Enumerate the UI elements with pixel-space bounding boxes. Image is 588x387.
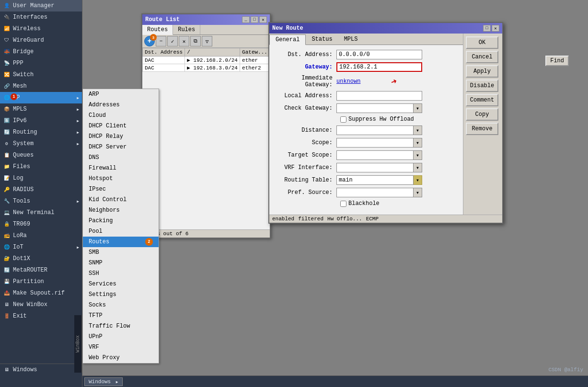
sidebar-item-mesh[interactable]: 🔗 Mesh [0, 80, 82, 92]
sidebar-item-partition[interactable]: 💾 Partition [0, 276, 82, 287]
menu-item-services[interactable]: Services [83, 279, 159, 289]
sidebar-item-new-terminal[interactable]: 💻 New Terminal [0, 207, 82, 218]
sidebar-item-ip[interactable]: 🌐 IP ▶ 1 [0, 92, 82, 103]
blackhole-checkbox[interactable] [340, 201, 346, 207]
sidebar-item-dot1x[interactable]: 🔐 Dot1X [0, 253, 82, 264]
sidebar-item-tr069[interactable]: 🔒 TR069 [0, 218, 82, 230]
menu-item-smb[interactable]: SMB [83, 247, 159, 258]
col-dst-address[interactable]: Dst. Address [143, 48, 185, 57]
scope-dropdown[interactable]: ▼ [414, 138, 422, 148]
target-scope-input[interactable] [336, 150, 414, 160]
menu-item-dhcp-server[interactable]: DHCP Server [83, 142, 159, 152]
tab-general[interactable]: General [269, 34, 306, 45]
add-route-button[interactable]: + 3 [144, 36, 155, 46]
sidebar-item-routing[interactable]: 🔄 Routing ▶ [0, 126, 82, 138]
sidebar-item-tools[interactable]: 🔧 Tools ▶ [0, 195, 82, 207]
find-button[interactable]: Find [545, 56, 569, 66]
disable-button[interactable]: ✕ [179, 36, 189, 46]
menu-item-firewall[interactable]: Firewall [83, 163, 159, 173]
dst-address-input[interactable] [336, 50, 422, 59]
close-button[interactable]: ✕ [259, 16, 267, 23]
sidebar-item-bridge[interactable]: 🌉 Bridge [0, 46, 82, 57]
menu-item-socks[interactable]: Socks [83, 300, 159, 310]
menu-item-traffic-flow[interactable]: Traffic Flow [83, 321, 159, 331]
distance-input[interactable] [336, 125, 414, 135]
menu-item-hotspot[interactable]: Hotspot [83, 173, 159, 184]
apply-button[interactable]: Apply [466, 65, 498, 78]
scope-input[interactable] [336, 138, 414, 148]
menu-item-pool[interactable]: Pool [83, 226, 159, 237]
check-gateway-dropdown[interactable]: ▼ [414, 103, 422, 113]
sidebar-item-wireless[interactable]: 📶 Wireless [0, 23, 82, 34]
sidebar-item-lora[interactable]: 📻 LoRa [0, 230, 82, 241]
menu-item-packing[interactable]: Packing [83, 216, 159, 226]
sidebar-item-exit[interactable]: 🚪 Exit [0, 310, 82, 322]
menu-item-cloud[interactable]: Cloud [83, 110, 159, 121]
menu-item-dns[interactable]: DNS [83, 152, 159, 163]
routing-table-dropdown[interactable]: ▼ [414, 175, 422, 185]
col-gateway[interactable]: Gatew... [240, 48, 270, 57]
menu-item-upnp[interactable]: UPnP [83, 331, 159, 342]
tab-status[interactable]: Status [306, 34, 338, 45]
table-row[interactable]: DAC ▶ 192.168.3.0/24 ether2 [143, 64, 270, 72]
sidebar-item-ipv6[interactable]: 6️⃣ IPv6 ▶ [0, 115, 82, 126]
menu-item-routes[interactable]: Routes 2 [83, 237, 159, 247]
disable-button[interactable]: Disable [466, 80, 498, 92]
routing-table-input[interactable] [336, 175, 414, 185]
pref-source-dropdown[interactable]: ▼ [414, 188, 422, 197]
target-scope-dropdown[interactable]: ▼ [414, 150, 422, 160]
sidebar-item-queues[interactable]: 📋 Queues [0, 149, 82, 161]
sidebar-item-iot[interactable]: 🌐 IoT ▶ [0, 241, 82, 253]
nr-close-button[interactable]: ✕ [492, 25, 499, 32]
sidebar-item-ppp[interactable]: 📡 PPP [0, 57, 82, 69]
menu-item-web-proxy[interactable]: Web Proxy [83, 353, 159, 363]
menu-item-settings[interactable]: Settings [83, 289, 159, 300]
menu-item-dhcp-client[interactable]: DHCP Client [83, 121, 159, 131]
sidebar-item-interfaces[interactable]: 🔌 Interfaces [0, 11, 82, 23]
gateway-input[interactable] [336, 62, 422, 72]
check-gateway-input[interactable] [336, 103, 414, 113]
suppress-hw-offload-checkbox[interactable] [340, 116, 346, 123]
sidebar-item-switch[interactable]: 🔀 Switch [0, 69, 82, 80]
ok-button[interactable]: OK [466, 36, 498, 49]
filter-button[interactable]: ▽ [202, 36, 212, 46]
remove-button[interactable]: Remove [466, 123, 498, 135]
pref-source-input[interactable] [336, 188, 414, 197]
vrf-interface-dropdown[interactable]: ▼ [414, 163, 422, 172]
menu-item-dhcp-relay[interactable]: DHCP Relay [83, 131, 159, 142]
menu-item-kid-control[interactable]: Kid Control [83, 194, 159, 205]
taskbar-windows[interactable]: Windows ▶ [84, 377, 123, 386]
menu-item-addresses[interactable]: Addresses [83, 100, 159, 110]
sidebar-item-files[interactable]: 📁 Files [0, 161, 82, 172]
menu-item-snmp[interactable]: SNMP [83, 258, 159, 268]
sidebar-item-windows[interactable]: 🖥 Windows ▶ [0, 364, 82, 376]
sidebar-item-make-supout[interactable]: 📤 Make Supout.rif [0, 287, 82, 299]
menu-item-vrf[interactable]: VRF [83, 342, 159, 353]
enable-button[interactable]: ✓ [167, 36, 178, 46]
copy-button-dialog[interactable]: Copy [466, 108, 498, 121]
tab-rules[interactable]: Rules [173, 25, 200, 34]
sidebar-item-metarouter[interactable]: 🔄 MetaROUTER [0, 264, 82, 276]
vrf-interface-input[interactable] [336, 163, 414, 172]
menu-item-tftp[interactable]: TFTP [83, 310, 159, 321]
tab-mpls[interactable]: MPLS [338, 34, 364, 45]
sidebar-item-log[interactable]: 📝 Log [0, 172, 82, 184]
menu-item-neighbors[interactable]: Neighbors [83, 205, 159, 216]
cancel-button[interactable]: Cancel [466, 51, 498, 63]
comment-button[interactable]: Comment [466, 94, 498, 106]
sidebar-item-radius[interactable]: 🔑 RADIUS [0, 184, 82, 195]
sidebar-item-system[interactable]: ⚙ System ▶ [0, 138, 82, 149]
sidebar-item-user-manager[interactable]: 👤 User Manager [0, 0, 82, 11]
sidebar-item-new-winbox[interactable]: 🖥 New WinBox [0, 299, 82, 310]
tab-routes[interactable]: Routes [142, 25, 173, 35]
table-row[interactable]: DAC ▶ 192.168.2.0/24 ether [143, 57, 270, 64]
distance-dropdown[interactable]: ▼ [414, 125, 422, 135]
minimize-button[interactable]: _ [242, 16, 250, 23]
copy-button[interactable]: ⧉ [190, 36, 201, 46]
maximize-button[interactable]: □ [251, 16, 258, 23]
immediate-gateway-link[interactable]: unknown [336, 78, 360, 85]
menu-item-ssh[interactable]: SSH [83, 268, 159, 279]
local-address-input[interactable] [336, 91, 422, 101]
nr-minimize-button[interactable]: □ [483, 25, 491, 32]
sidebar-item-wireguard[interactable]: 🛡 WireGuard [0, 34, 82, 46]
